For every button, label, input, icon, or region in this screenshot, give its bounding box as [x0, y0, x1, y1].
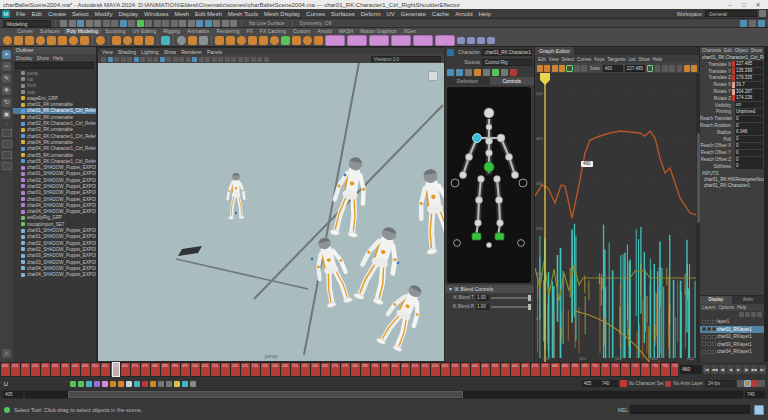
playback-end-field[interactable]: 740: [600, 380, 618, 387]
character-mannequin-3[interactable]: [310, 235, 353, 309]
keyframe-tick[interactable]: 555: [301, 363, 310, 376]
playback-start-field[interactable]: 405: [582, 380, 600, 387]
shelf-tool-icon-2[interactable]: [25, 36, 34, 45]
graph-toolbar-icon-2[interactable]: [552, 65, 558, 72]
viewport-toolbar-icon-15[interactable]: [199, 57, 204, 62]
channel-row[interactable]: Visibilityon: [700, 102, 764, 109]
viewport-toolbar-icon-7[interactable]: [147, 57, 152, 62]
playback-button-5[interactable]: |▶: [743, 365, 750, 374]
viewport-toolbar-icon-24[interactable]: [257, 57, 262, 62]
outliner-item[interactable]: char04_SHADOW_Puppet_EXPORT_MESH_02: [13, 272, 96, 278]
renderer-dropdown[interactable]: Viewport 2.0: [371, 56, 441, 62]
playback-option-icon-2[interactable]: [86, 381, 92, 387]
hik-character-dropdown[interactable]: char01_RK:Character1: [482, 49, 532, 56]
playback-option-icon-14[interactable]: [182, 381, 188, 387]
channel-row[interactable]: Rotate Z174.136: [700, 95, 764, 102]
channel-value-field[interactable]: 0: [735, 157, 763, 163]
menu-curves[interactable]: Curves: [303, 11, 328, 17]
character-mannequin-4[interactable]: [352, 223, 406, 307]
layer-toggle-playback[interactable]: [707, 327, 711, 331]
input-node[interactable]: char01_RK:Character1: [700, 183, 764, 190]
channel-row[interactable]: Translate Z179.335: [700, 75, 764, 82]
outliner-menu-show[interactable]: Show: [36, 55, 49, 61]
keyframe-tick[interactable]: 725: [641, 363, 650, 376]
scale-tool[interactable]: ▣: [2, 110, 11, 119]
keyframe-tick[interactable]: 610: [411, 363, 420, 376]
layer-toggle-reference[interactable]: [712, 350, 716, 354]
viewport-toolbar-icon-19[interactable]: [225, 57, 230, 62]
hik-left-elbow-joint[interactable]: [505, 153, 512, 160]
hik-right-hand-joint[interactable]: [459, 171, 466, 178]
graph-menu-view[interactable]: View: [549, 57, 559, 62]
hik-right-knee-joint[interactable]: [475, 196, 482, 203]
viewport-menu-shading[interactable]: Shading: [118, 49, 136, 55]
keyframe-tick[interactable]: 665: [521, 363, 530, 376]
viewport-toolbar-icon-1[interactable]: [108, 57, 113, 62]
keyframe-tick[interactable]: 405: [1, 363, 10, 376]
channel-row[interactable]: Reach Offset Y0: [700, 149, 764, 156]
playback-option-icon-6[interactable]: [118, 381, 124, 387]
hik-left-shoulder-joint[interactable]: [497, 134, 505, 142]
viewport-toolbar-icon-13[interactable]: [186, 57, 191, 62]
channel-value-field[interactable]: on: [735, 102, 763, 108]
hik-toolbar-icon-5[interactable]: [492, 69, 499, 76]
layout-shortcut-2[interactable]: [2, 151, 12, 159]
hik-slider-value[interactable]: 1.00: [476, 304, 489, 310]
keyframe-tick[interactable]: 485: [161, 363, 170, 376]
graph-playhead-marker[interactable]: [540, 73, 550, 85]
status-icon-13[interactable]: [171, 20, 178, 27]
hik-toolbar-icon-1[interactable]: [456, 69, 463, 76]
layer-tab-anim[interactable]: Anim: [732, 296, 764, 304]
status-icon-4[interactable]: [94, 20, 101, 27]
keyframe-tick[interactable]: 685: [561, 363, 570, 376]
menu-select[interactable]: Select: [69, 11, 92, 17]
select-tool[interactable]: ➤: [2, 50, 11, 59]
channel-row[interactable]: Reach Rotation0: [700, 122, 764, 129]
menu-create[interactable]: Create: [45, 11, 69, 17]
keyframe-tick[interactable]: 500: [191, 363, 200, 376]
range-slider-bar[interactable]: [25, 391, 743, 398]
shelf-tool-icon-29[interactable]: [292, 36, 301, 45]
keyframe-tick[interactable]: 675: [541, 363, 550, 376]
viewport-toolbar-icon-17[interactable]: [212, 57, 217, 62]
layer-toggle-reference[interactable]: [712, 327, 716, 331]
viewport-toolbar-icon-0[interactable]: [101, 57, 106, 62]
shelf-custom-button-3[interactable]: [391, 35, 411, 46]
menu-display[interactable]: Display: [115, 11, 141, 17]
playback-option-icon-15[interactable]: [190, 381, 196, 387]
layer-toggle-visibility[interactable]: [702, 350, 706, 354]
keyframe-tick[interactable]: 525: [241, 363, 250, 376]
keyframe-tick[interactable]: 540: [271, 363, 280, 376]
channel-row[interactable]: Rotate Y304.287: [700, 88, 764, 95]
keyframe-tick[interactable]: 715: [621, 363, 630, 376]
playback-option-icon-8[interactable]: [134, 381, 140, 387]
viewport-toolbar-icon-3[interactable]: [121, 57, 126, 62]
channel-box-menu-show[interactable]: Show: [751, 48, 762, 53]
menu-edit-mesh[interactable]: Edit Mesh: [192, 11, 225, 17]
layer-toggle-playback[interactable]: [707, 335, 711, 339]
minimize-button[interactable]: –: [723, 1, 737, 8]
keyframe-tick[interactable]: 490: [171, 363, 180, 376]
character-mannequin-5[interactable]: [415, 167, 444, 255]
keyframe-tick[interactable]: 730: [651, 363, 660, 376]
status-icon-19[interactable]: [222, 20, 229, 27]
layer-tab-display[interactable]: Display: [700, 296, 732, 304]
status-icon-20[interactable]: [230, 20, 237, 27]
shelf-tool-icon-11[interactable]: [112, 36, 121, 45]
hik-neck-joint[interactable]: [486, 124, 492, 130]
shelf-tool-icon-26[interactable]: [259, 36, 268, 45]
live-surface-field[interactable]: No Live Surface: [246, 20, 288, 26]
shelf-tool-icon-24[interactable]: [237, 36, 246, 45]
graph-toolbar-icon-b4[interactable]: [677, 65, 683, 72]
menu-help[interactable]: Help: [475, 11, 493, 17]
graph-toolbar-icon-b2[interactable]: [662, 65, 668, 72]
channel-value-field[interactable]: 227.485: [735, 61, 763, 67]
viewport-toolbar-icon-22[interactable]: [244, 57, 249, 62]
channel-value-field[interactable]: Unpinned: [735, 109, 763, 115]
playback-option-icon-10[interactable]: [150, 381, 156, 387]
status-icon-8[interactable]: [128, 20, 135, 27]
keyframe-tick[interactable]: 700: [591, 363, 600, 376]
hik-right-shoulder-joint-selected[interactable]: [473, 134, 482, 143]
viewport-toolbar-icon-14[interactable]: [192, 57, 197, 62]
shelf-custom-button-1[interactable]: [347, 35, 367, 46]
